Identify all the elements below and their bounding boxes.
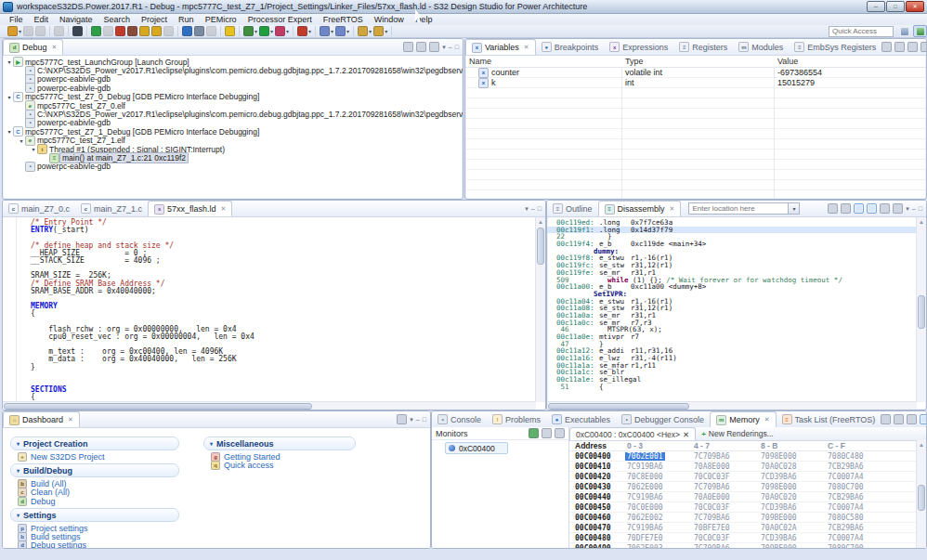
- editor-content[interactable]: /* Entry Point */ENTRY(_start) /* define…: [3, 217, 545, 410]
- menu-search[interactable]: Search: [98, 15, 137, 24]
- tab-variables[interactable]: xVariables✕: [465, 39, 536, 55]
- minimize-window-button[interactable]: ─: [867, 1, 885, 12]
- tab-problems[interactable]: !Problems: [487, 411, 546, 427]
- new-wizard-icon[interactable]: ▾: [7, 26, 21, 36]
- menu-freertos[interactable]: FreeRTOS: [318, 15, 369, 24]
- tab-task-list-freertos[interactable]: ≡Task List (FreeRTOS): [777, 411, 881, 427]
- use-step-filters-icon[interactable]: [182, 26, 192, 36]
- selected-memory-cell[interactable]: 7062E001: [625, 452, 665, 461]
- add-monitor-icon[interactable]: [529, 428, 539, 438]
- drop-to-frame-icon[interactable]: [429, 42, 439, 52]
- dashboard-link-build-all[interactable]: bBuild (All): [10, 479, 179, 488]
- memory-table[interactable]: Address0 - 34 - 78 - BC - F00C004007062E…: [569, 440, 917, 548]
- toggle-hex-icon[interactable]: [920, 414, 927, 424]
- disassembly-vertical-scrollbar[interactable]: ▲: [916, 217, 926, 402]
- new-view-icon[interactable]: [893, 203, 903, 214]
- menu-pemicro[interactable]: PEMicro: [200, 15, 242, 24]
- remove-all-terminated-icon[interactable]: [403, 42, 413, 52]
- close-icon[interactable]: ✕: [52, 44, 58, 51]
- maximize-view-icon[interactable]: □: [455, 44, 459, 50]
- debug-tree-item[interactable]: ▾empc5777C_test_Z7_1.elf: [3, 137, 463, 145]
- location-input[interactable]: [688, 202, 789, 215]
- cpp-perspective-button[interactable]: [897, 25, 911, 37]
- memory-monitor-item[interactable]: 0xC00400: [445, 442, 508, 454]
- tab-debugger-console[interactable]: ▪Debugger Console: [616, 411, 710, 427]
- memory-row[interactable]: 00C004007062E0017C709BA67098E0007080C480: [569, 451, 917, 462]
- profile-icon[interactable]: ▾: [275, 26, 289, 36]
- dashboard-link-debug-settings[interactable]: dDebug settings: [10, 541, 179, 549]
- dashboard-link-getting-started[interactable]: gGetting Started: [203, 452, 356, 461]
- remove-monitor-icon[interactable]: [542, 428, 552, 438]
- quick-access-input[interactable]: [829, 26, 894, 37]
- new-memory-view-icon[interactable]: [881, 414, 891, 424]
- tab-executables[interactable]: ●Executables: [546, 411, 616, 427]
- column-divider[interactable]: [621, 67, 622, 200]
- step-over-icon[interactable]: [151, 26, 162, 36]
- new-cpp-project-icon[interactable]: ▾: [335, 26, 349, 36]
- menu-edit[interactable]: Edit: [29, 15, 55, 24]
- debug-tree-item[interactable]: ▾▶mpc5777C_test_LaunchGroup [Launch Grou…: [3, 58, 463, 66]
- resume-icon[interactable]: [91, 26, 101, 36]
- tab-main-z7-1-c[interactable]: cmain_Z7_1.c: [75, 201, 148, 216]
- editor-vertical-scrollbar[interactable]: ▲: [535, 217, 545, 402]
- new-c-project-icon[interactable]: ▾: [320, 26, 333, 36]
- view-menu-icon[interactable]: ▾: [906, 205, 909, 212]
- tab-debug[interactable]: d Debug ✕: [3, 39, 63, 55]
- editor-horizontal-scrollbar[interactable]: [3, 401, 536, 410]
- tab-57xx-flash-ld[interactable]: s57xx_flash.ld✕: [148, 201, 232, 216]
- show-type-names-icon[interactable]: [881, 42, 892, 52]
- debug-perspective-button[interactable]: [913, 25, 927, 37]
- tab-breakpoints[interactable]: ●Breakpoints: [536, 39, 605, 55]
- close-icon[interactable]: ✕: [683, 430, 689, 439]
- close-icon[interactable]: ✕: [221, 205, 227, 213]
- debug-tree-item[interactable]: ▾Cmpc5777C_test_Z7_1_Debug [GDB PEMicro …: [3, 127, 463, 136]
- tab-expressions[interactable]: xExpressions: [604, 39, 673, 55]
- memory-row[interactable]: 00C0048070DFE7E070C0C03F7CD39BA67C0007A4: [569, 533, 917, 543]
- track-expression-icon[interactable]: [854, 203, 864, 214]
- flash-programmer-icon[interactable]: [225, 26, 235, 36]
- close-icon[interactable]: ✕: [68, 416, 73, 423]
- variables-row[interactable]: xcountervolatile int-697386554: [465, 68, 926, 78]
- tab-main-z7-0-c[interactable]: cmain_Z7_0.c: [3, 201, 75, 216]
- memory-row[interactable]: 00C004707C919BA670BFE7E070A0C02A7CB29BA6: [569, 523, 917, 533]
- maximize-view-icon[interactable]: □: [919, 205, 922, 212]
- view-menu-icon[interactable]: ▾: [442, 44, 446, 50]
- menu-project[interactable]: Project: [136, 15, 173, 24]
- pin-view-icon[interactable]: [880, 203, 890, 214]
- step-into-icon[interactable]: [139, 26, 150, 36]
- debug-tree-item[interactable]: ▪C:\NXP\S32DS_Power_v2017.R1\eclipse\plu…: [3, 66, 463, 74]
- tab-dashboard[interactable]: ⌂ Dashboard ✕: [3, 411, 80, 427]
- maximize-view-icon[interactable]: □: [538, 205, 542, 212]
- memory-row[interactable]: 00C004607062E0027C709BA6709BE0007080C580: [569, 513, 917, 523]
- dashboard-link-quick-access[interactable]: qQuick access: [203, 461, 356, 469]
- dashboard-link-debug[interactable]: dDebug: [10, 497, 179, 505]
- tab-console[interactable]: ▪Console: [432, 411, 487, 427]
- rendering-tab-new-renderings[interactable]: +New Renderings...: [696, 427, 779, 440]
- debug-launch-tree[interactable]: ▾▶mpc5777C_test_LaunchGroup [Launch Grou…: [3, 56, 463, 200]
- minimize-view-icon[interactable]: –: [531, 205, 535, 212]
- collapse-all-icon[interactable]: [416, 42, 426, 52]
- tab-memory[interactable]: mMemory✕: [710, 411, 776, 427]
- show-logical-structures-icon[interactable]: [894, 42, 905, 52]
- debug-tree-item[interactable]: ▪powerpc-eabivle-gdb: [3, 163, 463, 171]
- view-menu-icon[interactable]: ▾: [525, 205, 529, 212]
- debug-tree-item[interactable]: empc5777C_test_Z7_0.elf: [3, 101, 463, 110]
- tab-modules[interactable]: mModules: [733, 39, 789, 55]
- memory-row[interactable]: 00C004107C919BA670A8E00070A0C0287CB29BA6: [569, 462, 917, 472]
- debug-tree-item[interactable]: ▪powerpc-eabivle-gdb: [3, 119, 463, 127]
- disassembly-horizontal-scrollbar[interactable]: [547, 401, 917, 410]
- minimize-view-icon[interactable]: –: [912, 205, 916, 212]
- forward-icon[interactable]: ▾: [373, 26, 387, 36]
- restart-icon[interactable]: [127, 26, 137, 36]
- collapse-icon[interactable]: ▾: [210, 440, 213, 447]
- dashboard-link-project-settings[interactable]: pProject settings: [10, 524, 179, 532]
- collapse-icon[interactable]: ▾: [17, 467, 20, 474]
- instruction-stepping-icon[interactable]: [194, 26, 204, 36]
- location-dropdown-icon[interactable]: ▾: [789, 202, 800, 215]
- tab-outline[interactable]: ≡Outline: [547, 201, 598, 216]
- variables-row[interactable]: xkint15015279: [465, 78, 926, 88]
- run-icon[interactable]: ▾: [259, 26, 273, 36]
- column-divider[interactable]: [774, 67, 775, 200]
- memory-row[interactable]: 00C004407C919BA670A0E00070A0C0207CB29BA6: [569, 492, 917, 502]
- debug-tree-item[interactable]: ▪powerpc-eabivle-gdb: [3, 84, 463, 92]
